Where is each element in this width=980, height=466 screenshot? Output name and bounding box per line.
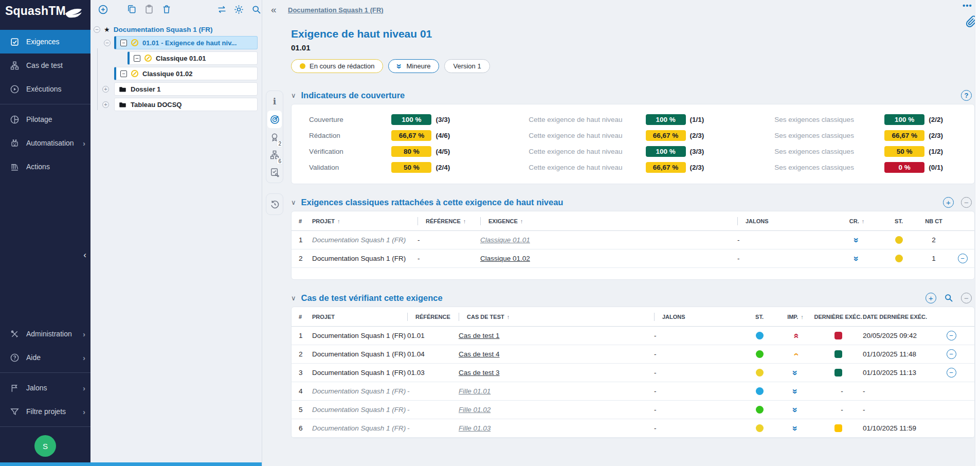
- sidebar-item-executions[interactable]: Exécutions: [0, 77, 90, 101]
- linked-requirements-section-title[interactable]: Exigences classiques rattachées à cette …: [301, 198, 564, 207]
- status-badge[interactable]: En cours de rédaction: [291, 59, 383, 73]
- chevron-down-icon[interactable]: ∨: [291, 199, 296, 206]
- sidebar-item-exigences[interactable]: Exigences: [0, 30, 90, 53]
- unbind-testcase-minus-icon[interactable]: −: [961, 293, 972, 303]
- column-header-reference[interactable]: RÉFÉRENCE: [407, 313, 459, 321]
- linked-requirement-row[interactable]: 1 Documentation Squash 1 (FR) - Classiqu…: [292, 231, 974, 249]
- square-minus-icon[interactable]: −: [134, 55, 140, 62]
- bind-testcase-plus-icon[interactable]: +: [925, 293, 936, 303]
- new-item-plus-circle-icon[interactable]: [98, 4, 109, 15]
- sidebar-item-filtre-projets[interactable]: Filtre projets ›: [0, 400, 90, 423]
- tree-node-folder[interactable]: + Dossier 1: [114, 82, 258, 96]
- test-cases-section-title[interactable]: Cas de test vérifiant cette exigence: [301, 293, 443, 303]
- sidebar-item-aide[interactable]: Aide ›: [0, 346, 90, 369]
- trash-icon[interactable]: [161, 4, 172, 15]
- unbind-minus-circle-icon[interactable]: −: [947, 349, 956, 359]
- tab-hierarchy-icon[interactable]: 6: [267, 147, 282, 163]
- requirement-link[interactable]: Classique 01.02: [480, 255, 530, 262]
- requirement-link[interactable]: Classique 01.01: [480, 236, 530, 244]
- column-header-jalons[interactable]: JALONS: [654, 313, 741, 321]
- sidebar-item-jalons[interactable]: Jalons ›: [0, 376, 90, 400]
- test-case-row[interactable]: 2 Documentation Squash 1 (FR) 01.04 Cas …: [292, 345, 974, 364]
- tab-information-icon[interactable]: i: [267, 93, 282, 110]
- paste-icon[interactable]: [143, 4, 155, 15]
- sidebar-item-automatisation[interactable]: Automatisation ›: [0, 131, 90, 155]
- row-project: Documentation Squash 1 (FR): [312, 332, 407, 339]
- tree-root-project[interactable]: − ★ Documentation Squash 1 (FR): [90, 23, 262, 36]
- column-header-criticality[interactable]: CR.: [832, 218, 881, 224]
- criticality-badge[interactable]: Mineure: [388, 59, 439, 73]
- tree-node-requirement[interactable]: − Classique 01.01: [128, 51, 258, 65]
- chevron-down-icon[interactable]: ∨: [291, 294, 296, 302]
- test-case-link[interactable]: Fille 01.01: [459, 387, 491, 395]
- user-avatar[interactable]: S: [34, 435, 56, 457]
- test-case-row[interactable]: 4 Documentation Squash 1 (FR) - Fille 01…: [292, 382, 974, 401]
- chevron-down-icon[interactable]: ∨: [291, 92, 296, 99]
- coverage-col3-label: Ses exigences classiques: [774, 148, 884, 155]
- tab-history-icon[interactable]: [267, 196, 282, 212]
- unbind-minus-circle-icon[interactable]: −: [947, 331, 956, 340]
- coverage-section-title[interactable]: Indicateurs de couverture: [301, 91, 405, 100]
- sidebar-item-cas-de-test[interactable]: Cas de test: [0, 53, 90, 77]
- settings-gear-icon[interactable]: [233, 4, 245, 15]
- row-milestones: -: [654, 424, 741, 432]
- sidebar-item-administration[interactable]: Administration ›: [0, 322, 90, 346]
- breadcrumb[interactable]: Documentation Squash 1 (FR): [288, 6, 384, 14]
- column-header-status[interactable]: ST.: [741, 314, 777, 320]
- tab-verifying-testcases-icon[interactable]: [267, 164, 282, 181]
- tree-node-requirement-selected[interactable]: − − 01.01 - Exigence de haut niv...: [114, 36, 258, 49]
- unbind-requirement-minus-icon[interactable]: −: [961, 197, 972, 208]
- collapse-expander-icon[interactable]: −: [104, 40, 111, 46]
- row-reference: -: [407, 387, 459, 395]
- column-header-cas-de-test[interactable]: CAS DE TEST: [459, 313, 654, 321]
- column-header-nbct[interactable]: NB CT: [916, 218, 951, 224]
- linked-requirement-row[interactable]: 2 Documentation Squash 1 (FR) - Classiqu…: [292, 249, 974, 268]
- test-case-row[interactable]: 3 Documentation Squash 1 (FR) 01.03 Cas …: [292, 364, 974, 382]
- help-icon[interactable]: ?: [961, 90, 972, 101]
- sidebar-item-pilotage[interactable]: Pilotage: [0, 107, 90, 131]
- test-case-link[interactable]: Fille 01.03: [459, 424, 491, 432]
- test-case-link[interactable]: Cas de test 4: [459, 350, 500, 358]
- unbind-minus-circle-icon[interactable]: −: [958, 254, 968, 263]
- import-export-icon[interactable]: [216, 4, 227, 15]
- copy-icon[interactable]: [126, 4, 138, 15]
- collapse-expander-icon[interactable]: −: [94, 26, 100, 33]
- more-menu-icon[interactable]: •••: [963, 1, 972, 10]
- sort-asc-icon: [507, 314, 510, 320]
- coverage-col3-label: Ses exigences classiques: [774, 164, 884, 171]
- column-header-projet[interactable]: PROJET: [312, 218, 418, 224]
- collapse-panel-icon[interactable]: «: [271, 4, 277, 15]
- row-milestones: -: [654, 332, 741, 339]
- tree-node-requirement[interactable]: − Classique 01.02: [114, 67, 258, 80]
- test-case-link[interactable]: Cas de test 3: [459, 369, 500, 377]
- scrollbar-track[interactable]: [975, 0, 980, 466]
- status-work-in-progress-icon: [131, 39, 138, 46]
- column-header-date-derniere-exec[interactable]: DATE DERNIÈRE EXÉC.: [863, 314, 940, 320]
- test-case-link[interactable]: Cas de test 1: [459, 332, 500, 339]
- square-minus-icon[interactable]: −: [120, 40, 127, 46]
- sidebar-collapse-icon[interactable]: ‹: [83, 250, 86, 260]
- column-header-reference[interactable]: RÉFÉRENCE: [418, 217, 480, 225]
- column-header-importance[interactable]: IMP.: [777, 314, 813, 320]
- test-case-row[interactable]: 1 Documentation Squash 1 (FR) 01.01 Cas …: [292, 327, 974, 345]
- tab-coverage-target-icon[interactable]: [267, 111, 282, 128]
- unbind-minus-circle-icon[interactable]: −: [947, 368, 956, 378]
- column-header-projet[interactable]: PROJET: [312, 314, 407, 320]
- column-header-jalons[interactable]: JALONS: [737, 217, 832, 225]
- test-case-row[interactable]: 5 Documentation Squash 1 (FR) - Fille 01…: [292, 401, 974, 419]
- search-icon[interactable]: [250, 4, 262, 15]
- column-header-status[interactable]: ST.: [881, 218, 916, 224]
- column-header-derniere-exec[interactable]: DERNIÈRE EXÉC.: [813, 314, 863, 320]
- expand-expander-icon[interactable]: +: [102, 86, 109, 93]
- test-case-link[interactable]: Fille 01.02: [459, 406, 491, 414]
- sidebar-item-actions[interactable]: Actions: [0, 155, 90, 178]
- test-case-row[interactable]: 6 Documentation Squash 1 (FR) - Fille 01…: [292, 419, 974, 438]
- bind-requirement-plus-icon[interactable]: +: [943, 197, 954, 208]
- tab-milestones-award-icon[interactable]: 2: [267, 129, 282, 146]
- square-minus-icon[interactable]: −: [120, 70, 127, 77]
- expand-expander-icon[interactable]: +: [102, 101, 109, 108]
- version-badge[interactable]: Version 1: [444, 59, 489, 73]
- search-testcase-icon[interactable]: [943, 293, 954, 303]
- column-header-exigence[interactable]: EXIGENCE: [480, 217, 737, 225]
- tree-node-folder[interactable]: + Tableau DOCSQ: [114, 98, 258, 111]
